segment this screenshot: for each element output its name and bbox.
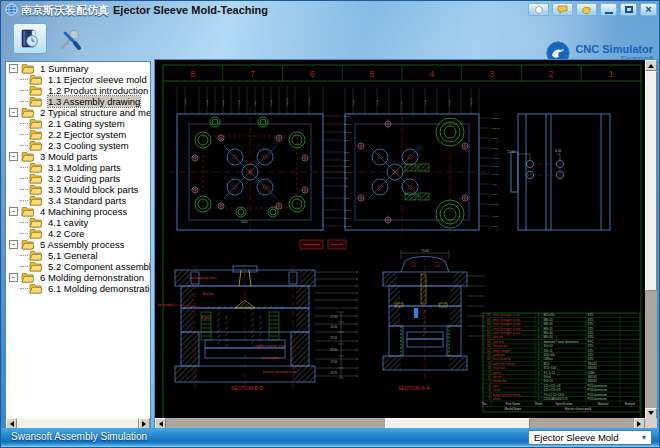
cad-canvas[interactable]: 87654321 [154,59,658,430]
label-b-plate: B plate [201,316,212,320]
bom-cell: Specification [555,402,572,406]
tree-item[interactable]: -6 Molding demonstration [6,272,151,283]
folder-icon [29,118,42,129]
collapse-toggle[interactable]: - [9,240,18,249]
tree-guide [20,266,28,267]
close-button[interactable]: × [640,3,657,16]
folder-icon [21,272,34,283]
bom-cell: return pin [493,366,506,370]
bom-cell: cavity [493,388,501,392]
mold-selector-dropdown[interactable]: Ejector Sleeve Mold ▼ [528,430,652,445]
svg-text:125.00: 125.00 [343,123,351,126]
tree-guide [20,79,28,80]
teaching-book-button[interactable] [13,23,47,54]
hand-icon [581,5,592,15]
minimize-button[interactable] [600,3,617,16]
tree-item[interactable]: -3 Mould parts [6,151,151,162]
bom-cell: STD [588,327,595,331]
tree-guide [20,189,28,190]
document-title: Ejector Sleeve Mold-Teaching [113,4,268,16]
bom-cell: Φ12×100 [544,366,557,370]
folder-icon [29,74,45,85]
bom-cell: flange/sprue bushing [493,393,521,397]
folder-icon [29,250,45,261]
tree-item[interactable]: 1.1 Ejector sleeve mold introduction [6,74,151,85]
scrollbar-thumb[interactable] [645,71,657,291]
tree-item[interactable]: 6.1 Molding demonstration [6,283,151,294]
arrow-right-icon [637,421,644,427]
info-button[interactable] [528,3,549,16]
svg-text:63.00: 63.00 [448,99,451,106]
collapse-toggle[interactable]: - [9,152,18,161]
bom-cell: Φ1.1×12 [544,371,556,375]
svg-text:63.00: 63.00 [206,99,209,106]
message-button[interactable] [552,3,573,16]
bom-cell: 8 [488,366,490,370]
canvas-vertical-scrollbar[interactable] [645,60,657,419]
course-tree: -1 Summary1.1 Ejector sleeve mold introd… [6,63,151,419]
tree-guide [20,178,28,179]
tree-item[interactable]: 3.2 Guiding parts [6,173,151,184]
zone-number: 5 [370,69,375,79]
bom-cell: 2 [538,344,540,348]
bom-cell: Ejector sleeve mold [565,407,592,411]
bom-cell: PVC [588,340,595,344]
tools-button[interactable] [55,26,85,53]
speech-bubble-icon [557,5,568,14]
bom-cell: 1 [538,379,540,383]
tree-item[interactable]: -4 Machining process [6,206,151,217]
folder-icon [29,129,42,140]
bom-cell: P20/aluminum [588,384,608,388]
tree-item[interactable]: 4.1 cavity [6,217,151,228]
svg-text:43.00: 43.00 [492,147,499,150]
tree-item[interactable]: 3.3 Mould block parts [6,184,151,195]
svg-text:9.56: 9.56 [492,183,497,186]
clock-icon [535,6,543,14]
folder-icon [29,118,45,129]
arrow-right-icon [142,421,149,427]
collapse-toggle[interactable]: - [9,108,18,117]
tree-item-label: 5.1 General [48,250,98,261]
svg-text:63.00: 63.00 [343,217,350,220]
dim-callout: 12.00 [507,150,515,154]
tree-item[interactable]: 1.3 Assembly drawing [6,96,151,107]
tree-item-label: 2.3 Cooling system [48,140,129,151]
collapse-toggle[interactable]: - [9,207,18,216]
bom-cell: 70×12-12×18.6 [544,393,565,397]
tree-item[interactable]: 2.3 Cooling system [6,140,151,151]
tree-item[interactable]: 2.1 Gating system [6,118,151,129]
hand-button[interactable] [576,3,597,16]
tree-item[interactable]: -2 Typical structure and mechanism [6,107,151,118]
bom-cell: diameter7 inner diameter4 [544,340,579,344]
bom-cell: 4 [488,384,490,388]
tree-item[interactable]: 2.2 Ejector system [6,129,151,140]
svg-text:436.00: 436.00 [470,98,473,106]
bom-cell: 3 [488,388,490,392]
svg-text:27.36: 27.36 [343,165,350,168]
bom-cell: SKD61 [588,366,598,370]
title-bar: 南京斯沃装配仿真 Ejector Sleeve Mold-Teaching × [1,1,660,19]
bom-cell: location pin [493,344,509,348]
tree-guide [20,255,28,256]
tree-item-label: 4.2 Core [48,228,84,239]
collapse-toggle[interactable]: - [9,273,18,282]
tree-item[interactable]: -1 Summary [6,63,151,74]
bom-cell: STD [588,335,595,339]
maximize-icon [625,6,633,13]
collapse-toggle[interactable]: - [9,64,18,73]
section-aa-label: SECTION A-A [398,385,430,391]
bom-cell: Mould Name [504,407,521,411]
tree-item-label: 6 Molding demonstration [40,272,144,283]
tree-item[interactable]: -5 Assembly process [6,239,151,250]
scroll-up-button[interactable] [645,60,657,71]
tree-item[interactable]: 1.2 Product introduction [6,85,151,96]
tree-item[interactable]: 4.2 Core [6,228,151,239]
tree-item[interactable]: 3.1 Molding parts [6,162,151,173]
folder-icon [29,85,42,96]
svg-text:17.45: 17.45 [343,171,350,174]
tree-guide [20,101,28,102]
tree-item[interactable]: 5.1 General [6,250,151,261]
tree-item[interactable]: 5.2 Component assembly [6,261,151,272]
tree-item[interactable]: 3.4 Standard parts [6,195,151,206]
maximize-button[interactable] [620,3,637,16]
